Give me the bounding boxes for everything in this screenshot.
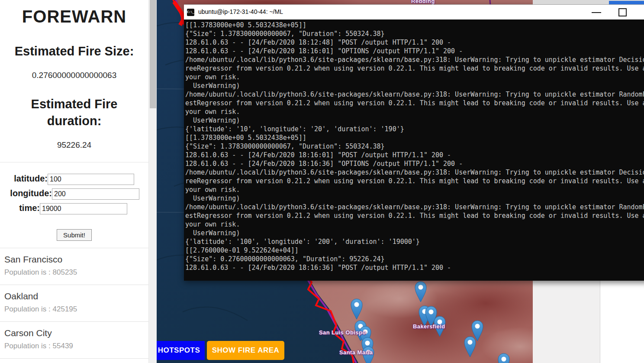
latitude-field[interactable] (48, 174, 134, 185)
map-label-bakersfield: Bakersfield (413, 323, 445, 330)
top-scroll-thumb[interactable] (609, 1, 644, 4)
terminal-line: your own risk. (185, 185, 644, 194)
maximize-icon (618, 8, 627, 16)
terminal-line: [[1.3783000e+00 5.5032438e+05]] (185, 21, 644, 29)
terminal-output[interactable]: [[1.3783000e+00 5.5032438e+05]]{"Size": … (184, 19, 644, 281)
sidebar-scrollbar-thumb[interactable] (150, 0, 156, 108)
sidebar: FOREWARN Estimated Fire Size: 0.27600000… (0, 0, 148, 363)
hotspots-button[interactable]: HOTSPOTS (157, 341, 205, 360)
map-label-redding: Redding (411, 0, 435, 4)
terminal-line: {'latitude': '100', 'longitude': '200', … (185, 237, 644, 246)
top-scroll-strip[interactable] (533, 0, 644, 4)
map-pin-icon[interactable] (498, 353, 509, 363)
fire-duration-value: 95226.24 (0, 140, 148, 150)
terminal-line: UserWarning) (185, 229, 644, 237)
city-name: Carson City (4, 328, 144, 338)
terminal-line: your own risk. (185, 220, 644, 229)
divider (0, 162, 148, 162)
app-title: FOREWARN (0, 7, 148, 26)
terminal-line: {"Size": 0.27600000000000063, "Duration"… (185, 255, 644, 263)
minimize-icon (592, 12, 601, 13)
terminal-line: /home/ubuntu/.local/lib/python3.6/site-p… (185, 168, 644, 177)
terminal-line: reeRegressor from version 0.21.2 when us… (185, 64, 644, 73)
city-name: Oakland (4, 291, 144, 301)
terminal-line: /home/ubuntu/.local/lib/python3.6/site-p… (185, 90, 644, 99)
city-list-item: San Francisco Population is : 805235 (0, 248, 148, 285)
time-field[interactable] (40, 203, 127, 214)
terminal-line: 128.61.0.63 - - [24/Feb/2020 18:16:01] "… (185, 47, 644, 55)
terminal-line: reeRegressor from version 0.21.2 when us… (185, 177, 644, 185)
terminal-line: UserWarning) (185, 194, 644, 203)
city-population: Population is : 425195 (4, 305, 144, 314)
terminal-line: 128.61.0.63 - - [24/Feb/2020 18:16:36] "… (185, 159, 644, 168)
terminal-line: [[1.3783000e+00 5.5032438e+05]] (185, 133, 644, 142)
prediction-form: latitude: longitude: time: Submit! (0, 174, 148, 241)
minimize-button[interactable] (586, 5, 607, 20)
terminal-line: 128.61.0.63 - - [24/Feb/2020 18:16:01] "… (185, 151, 644, 159)
terminal-line: {"Size": 1.3783000000000067, "Duration":… (185, 29, 644, 38)
terminal-titlebar[interactable]: C:\_ ubuntu@ip-172-31-40-44: ~/ML (184, 4, 644, 19)
terminal-line: /home/ubuntu/.local/lib/python3.6/site-p… (185, 203, 644, 211)
map-label-san-luis-obispo: San Luis Obispo (319, 329, 366, 336)
terminal-line: your own risk. (185, 73, 644, 81)
terminal-line: {'latitude': '10', 'longitude': '20', 'd… (185, 125, 644, 133)
city-population: Population is : 805235 (4, 268, 144, 277)
longitude-field[interactable] (52, 188, 139, 200)
cmd-icon: C:\_ (187, 9, 194, 16)
terminal-line: UserWarning) (185, 81, 644, 90)
map-label-santa-maria: Santa Maria (339, 349, 373, 356)
terminal-line: /home/ubuntu/.local/lib/python3.6/site-p… (185, 55, 644, 64)
maximize-button[interactable] (613, 5, 633, 20)
terminal-line: 128.61.0.63 - - [24/Feb/2020 18:16:36] "… (185, 263, 644, 272)
fire-size-heading: Estimated Fire Size: (0, 43, 148, 59)
fire-size-value: 0.27600000000000063 (0, 71, 148, 80)
terminal-line: your own risk. (185, 107, 644, 116)
terminal-line: estRegressor from version 0.21.2 when us… (185, 99, 644, 107)
city-name: San Francisco (4, 254, 144, 265)
terminal-window: C:\_ ubuntu@ip-172-31-40-44: ~/ML [[1.37… (184, 4, 644, 281)
terminal-title: ubuntu@ip-172-31-40-44: ~/ML (198, 8, 283, 15)
terminal-line: estRegressor from version 0.21.2 when us… (185, 211, 644, 220)
fire-duration-heading: Estimated Fire duration: (16, 96, 133, 129)
latitude-label: latitude: (0, 174, 48, 184)
screen: Redding San Luis Obispo Bakersfield Sant… (0, 0, 644, 363)
city-list-item: Beverly Hills (0, 359, 148, 363)
time-label: time: (0, 203, 40, 213)
sidebar-scrollbar[interactable] (148, 0, 157, 363)
longitude-label: longitude: (0, 188, 52, 198)
terminal-line: UserWarning) (185, 116, 644, 125)
terminal-line: [[2.760000e-01 9.522624e+04]] (185, 246, 644, 255)
submit-button[interactable]: Submit! (57, 229, 92, 241)
city-population: Population is : 55439 (4, 342, 144, 350)
terminal-line: 128.61.0.63 - - [24/Feb/2020 18:12:48] "… (185, 38, 644, 47)
terminal-line: {"Size": 1.3783000000000067, "Duration":… (185, 142, 644, 151)
city-list-item: Carson City Population is : 55439 (0, 322, 148, 359)
city-list-item: Oakland Population is : 425195 (0, 285, 148, 322)
show-fire-area-button[interactable]: SHOW FIRE AREA (207, 341, 284, 360)
city-list: San Francisco Population is : 805235 Oak… (0, 248, 148, 363)
